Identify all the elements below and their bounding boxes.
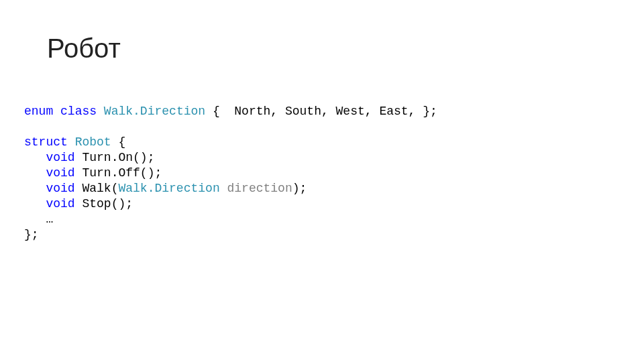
keyword-enum: enum (24, 105, 53, 118)
brace-open: { (111, 135, 126, 149)
fn-turnon: Turn.On(); (82, 151, 154, 164)
slide-title: Робот (47, 34, 121, 64)
indent (24, 213, 46, 226)
keyword-void: void (46, 197, 74, 210)
fn-walk-open: Walk( (82, 182, 118, 195)
comma: , (365, 105, 380, 118)
fn-turnoff: Turn.Off(); (82, 166, 162, 180)
enum-west: West (336, 105, 365, 118)
comma: , (321, 105, 336, 118)
slide: Робот enum class Walk.Direction { North,… (0, 0, 644, 362)
indent (24, 197, 46, 210)
brace-close: }; (415, 105, 437, 118)
code-block: enum class Walk.Direction { North, South… (24, 104, 437, 243)
keyword-void: void (46, 166, 74, 180)
code-line-8: … (24, 213, 53, 226)
argtype-walkdirection: Walk.Direction (118, 182, 219, 195)
enum-east: East (379, 105, 408, 118)
code-line-9: }; (24, 228, 39, 241)
keyword-void: void (46, 151, 74, 164)
fn-stop: Stop(); (82, 197, 133, 210)
indent (24, 182, 46, 195)
keyword-class: class (60, 105, 97, 118)
brace-open: { (205, 105, 234, 118)
fn-walk-close: ); (292, 182, 307, 195)
code-line-5: void Turn.Off(); (24, 166, 162, 180)
enum-south: South (285, 105, 321, 118)
code-line-6: void Walk(Walk.Direction direction); (24, 182, 307, 195)
type-walkdirection: Walk.Direction (104, 105, 205, 118)
keyword-void: void (46, 182, 74, 195)
ellipsis: … (46, 213, 53, 226)
code-line-7: void Stop(); (24, 197, 133, 210)
comma: , (270, 105, 285, 118)
enum-north: North (234, 105, 270, 118)
code-line-4: void Turn.On(); (24, 151, 154, 164)
comma: , (409, 105, 416, 118)
code-line-3: struct Robot { (24, 135, 125, 149)
code-line-1: enum class Walk.Direction { North, South… (24, 105, 437, 118)
type-robot: Robot (75, 135, 111, 149)
indent (24, 166, 46, 180)
keyword-struct: struct (24, 135, 68, 149)
argname-direction: direction (220, 182, 292, 195)
indent (24, 151, 46, 164)
struct-close: }; (24, 228, 39, 241)
